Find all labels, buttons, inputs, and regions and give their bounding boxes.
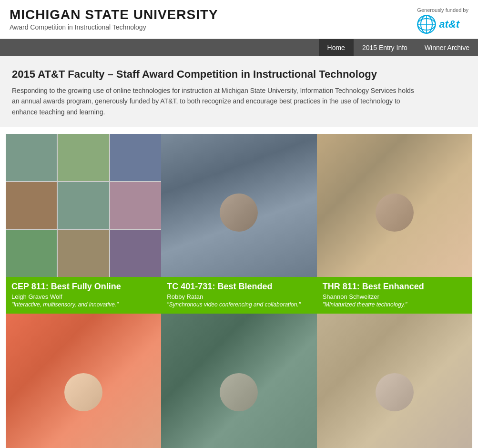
att-text: at&t <box>439 18 459 31</box>
funded-by-label: Generously funded by <box>417 7 468 13</box>
card-cep811-label: CEP 811: Best Fully Online Leigh Graves … <box>6 277 161 314</box>
nav-2015-entry-info[interactable]: 2015 Entry Info <box>354 39 416 56</box>
card-tc401[interactable]: TC 401-731: Best Blended Robby Ratan "Sy… <box>161 134 316 314</box>
collage-grid <box>6 134 161 277</box>
university-subtitle: Award Competition in Instructional Techn… <box>10 23 218 31</box>
collage-cell <box>58 134 109 181</box>
collage-cell <box>58 230 109 277</box>
collage-cell <box>6 230 57 277</box>
person-silhouette <box>220 373 258 411</box>
card-tc401-person: Robby Ratan <box>167 293 311 300</box>
hero-description: Responding to the growing use of online … <box>12 85 422 117</box>
nav-home[interactable]: Home <box>319 39 354 56</box>
university-title: MICHIGAN STATE UNIVERSITY <box>10 7 218 22</box>
card-tc401-photo <box>161 134 316 277</box>
collage-cell <box>6 182 57 229</box>
hero-title: 2015 AT&T Faculty – Staff Award Competit… <box>12 68 466 81</box>
person-silhouette <box>220 193 258 232</box>
person-silhouette <box>376 373 414 411</box>
header: MICHIGAN STATE UNIVERSITY Award Competit… <box>0 0 478 39</box>
award-grid: CEP 811: Best Fully Online Leigh Graves … <box>6 134 472 448</box>
collage-cell <box>6 134 57 181</box>
person-silhouette <box>376 193 414 232</box>
att-logo-icon <box>417 15 436 34</box>
card-tc401-label: TC 401-731: Best Blended Robby Ratan "Sy… <box>161 277 316 314</box>
header-left: MICHIGAN STATE UNIVERSITY Award Competit… <box>10 7 218 31</box>
card-ost576-photo <box>317 314 472 448</box>
card-cse335[interactable]: CSE 335: Honorable Mention Charles Owen … <box>161 314 316 448</box>
att-logo: at&t <box>417 15 468 34</box>
card-thr811-person: Shannon Schweitzer <box>323 293 467 300</box>
collage-cell <box>110 182 161 229</box>
card-cep811-photo <box>6 134 161 277</box>
person-silhouette <box>64 373 102 411</box>
card-cep811-quote: "Interactive, multisensory, and innovati… <box>11 301 155 308</box>
nav-bar: Home 2015 Entry Info Winner Archive <box>0 39 478 56</box>
card-cse335-photo <box>161 314 316 448</box>
collage-cell <box>58 182 109 229</box>
card-thr811[interactable]: THR 811: Best Enhanced Shannon Schweitze… <box>317 134 472 314</box>
card-thr811-photo <box>317 134 472 277</box>
card-tc401-quote: "Synchronous video conferencing and coll… <box>167 301 311 308</box>
card-cem141[interactable]: CEM 141: Best Enhanced Melanie Cooper "U… <box>6 314 161 448</box>
card-tc401-course: TC 401-731: Best Blended <box>167 282 311 292</box>
card-cep811[interactable]: CEP 811: Best Fully Online Leigh Graves … <box>6 134 161 314</box>
collage-cell <box>110 134 161 181</box>
card-cep811-course: CEP 811: Best Fully Online <box>11 282 155 292</box>
card-ost576[interactable]: OST 576: Honorable Mention Steve William… <box>317 314 472 448</box>
card-cep811-person: Leigh Graves Wolf <box>11 293 155 300</box>
hero-section: 2015 AT&T Faculty – Staff Award Competit… <box>0 56 478 127</box>
card-cem141-photo <box>6 314 161 448</box>
nav-winner-archive[interactable]: Winner Archive <box>416 39 478 56</box>
collage-cell <box>110 230 161 277</box>
header-right: Generously funded by at&t <box>417 7 468 34</box>
card-thr811-quote: "Miniaturized theatre technology." <box>323 301 467 308</box>
card-thr811-label: THR 811: Best Enhanced Shannon Schweitze… <box>317 277 472 314</box>
card-thr811-course: THR 811: Best Enhanced <box>323 282 467 292</box>
